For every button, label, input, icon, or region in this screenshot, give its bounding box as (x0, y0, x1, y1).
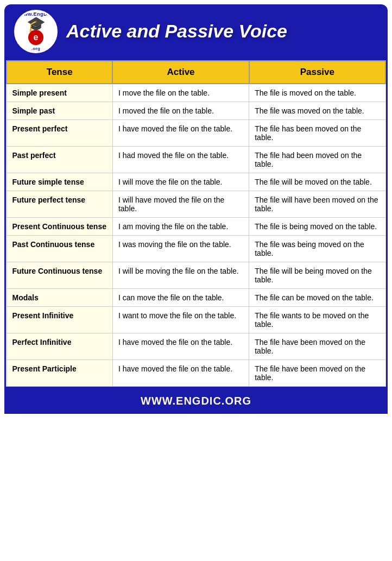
footer-label: WWW.ENGDIC.ORG (141, 395, 251, 407)
active-cell: I will be moving the file on the table. (112, 262, 249, 289)
active-cell: I want to move the file on the table. (112, 307, 249, 333)
passive-cell: The file can be moved on the table. (249, 289, 385, 307)
tense-cell: Future simple tense (7, 173, 112, 191)
passive-cell: The file will have been moved on the tab… (249, 191, 385, 218)
active-cell: I move the file on the table. (112, 84, 249, 102)
main-table-wrapper: Tense Active Passive Simple presentI mov… (4, 59, 388, 388)
active-cell: I moved the file on the table. (112, 102, 249, 120)
active-cell: I can move the file on the table. (112, 289, 249, 307)
active-cell: I have moved the file on the table. (112, 360, 249, 387)
passive-cell: The file is moved on the table. (249, 84, 385, 102)
passive-cell: The file has been moved on the table. (249, 120, 385, 147)
table-row: Future simple tenseI will move the file … (7, 173, 385, 191)
table-row: Future Continuous tenseI will be moving … (7, 262, 385, 289)
passive-cell: The file have been moved on the table. (249, 360, 385, 387)
passive-cell: The file had been moved on the table. (249, 147, 385, 173)
logo: www.EngDic 🎓 e .org (14, 10, 58, 53)
passive-cell: The file was being moved on the table. (249, 236, 385, 262)
passive-cell: The file was moved on the table. (249, 102, 385, 120)
tense-cell: Future perfect tense (7, 191, 112, 218)
active-cell: I will move the file on the table. (112, 173, 249, 191)
tense-cell: Perfect Infinitive (7, 333, 112, 360)
passive-cell: The file is being moved on the table. (249, 218, 385, 236)
table-row: Simple pastI moved the file on the table… (7, 102, 385, 120)
tense-cell: Past perfect (7, 147, 112, 173)
page-footer: WWW.ENGDIC.ORG (4, 388, 388, 414)
tense-cell: Future Continuous tense (7, 262, 112, 289)
active-cell: I was moving the file on the table. (112, 236, 249, 262)
active-cell: I had moved the file on the table. (112, 147, 249, 173)
logo-text-bottom: .org (31, 46, 40, 51)
tense-cell: Simple present (7, 84, 112, 102)
table-row: Future perfect tenseI will have moved th… (7, 191, 385, 218)
tense-cell: Present Infinitive (7, 307, 112, 333)
active-cell: I have moved the file on the table. (112, 333, 249, 360)
active-cell: I will have moved the file on the table. (112, 191, 249, 218)
table-row: Past perfectI had moved the file on the … (7, 147, 385, 173)
table-row: Present InfinitiveI want to move the fil… (7, 307, 385, 333)
active-cell: I am moving the file on the table. (112, 218, 249, 236)
page-header: www.EngDic 🎓 e .org Active and Passive V… (4, 4, 388, 59)
col-header-active: Active (112, 61, 249, 84)
page-title: Active and Passive Voice (66, 21, 378, 41)
table-row: Present Continuous tenseI am moving the … (7, 218, 385, 236)
table-row: Past Continuous tenseI was moving the fi… (7, 236, 385, 262)
table-header-row: Tense Active Passive (7, 61, 385, 84)
col-header-tense: Tense (7, 61, 112, 84)
tense-cell: Present Participle (7, 360, 112, 387)
logo-e: e (28, 30, 43, 45)
tense-cell: Modals (7, 289, 112, 307)
table-row: Present perfectI have moved the file on … (7, 120, 385, 147)
table-row: Simple presentI move the file on the tab… (7, 84, 385, 102)
passive-cell: The file have been moved on the table. (249, 333, 385, 360)
col-header-passive: Passive (249, 61, 385, 84)
passive-cell: The file will be being moved on the tabl… (249, 262, 385, 289)
active-cell: I have moved the file on the table. (112, 120, 249, 147)
passive-cell: The file will be moved on the table. (249, 173, 385, 191)
passive-cell: The file wants to be moved on the table. (249, 307, 385, 333)
table-row: Present ParticipleI have moved the file … (7, 360, 385, 387)
tense-cell: Present Continuous tense (7, 218, 112, 236)
tense-cell: Simple past (7, 102, 112, 120)
table-row: ModalsI can move the file on the table.T… (7, 289, 385, 307)
tense-cell: Present perfect (7, 120, 112, 147)
table-row: Perfect InfinitiveI have moved the file … (7, 333, 385, 360)
tense-cell: Past Continuous tense (7, 236, 112, 262)
voice-table: Tense Active Passive Simple presentI mov… (6, 60, 386, 387)
